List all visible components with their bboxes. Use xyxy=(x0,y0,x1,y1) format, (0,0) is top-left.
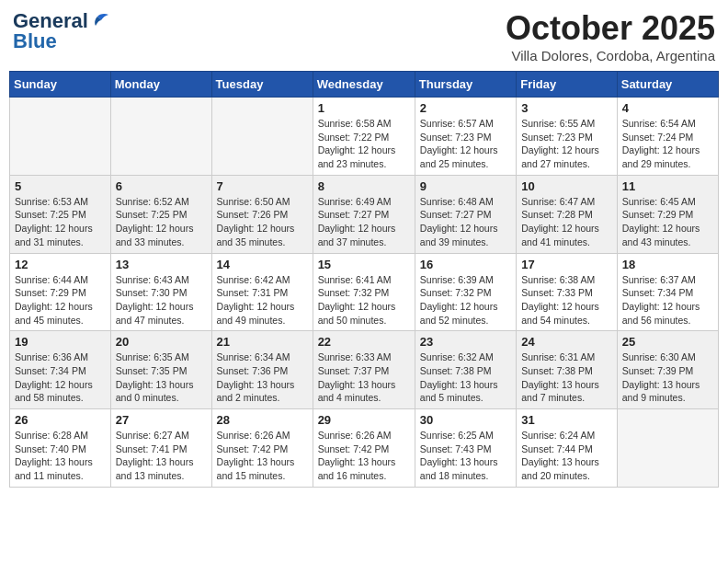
calendar-cell: 7Sunrise: 6:50 AM Sunset: 7:26 PM Daylig… xyxy=(211,175,313,253)
day-number: 23 xyxy=(420,335,511,349)
title-block: October 2025 Villa Dolores, Cordoba, Arg… xyxy=(506,9,715,63)
weekday-header-monday: Monday xyxy=(110,72,211,98)
day-number: 18 xyxy=(622,258,713,271)
day-info: Sunrise: 6:53 AM Sunset: 7:25 PM Dayligh… xyxy=(15,195,106,249)
day-info: Sunrise: 6:43 AM Sunset: 7:30 PM Dayligh… xyxy=(116,273,207,327)
day-info: Sunrise: 6:27 AM Sunset: 7:41 PM Dayligh… xyxy=(116,429,207,483)
day-info: Sunrise: 6:32 AM Sunset: 7:38 PM Dayligh… xyxy=(420,350,511,405)
calendar-cell: 21Sunrise: 6:34 AM Sunset: 7:36 PM Dayli… xyxy=(211,331,313,409)
day-info: Sunrise: 6:52 AM Sunset: 7:25 PM Dayligh… xyxy=(116,195,207,249)
calendar-cell: 9Sunrise: 6:48 AM Sunset: 7:27 PM Daylig… xyxy=(415,175,516,253)
day-info: Sunrise: 6:54 AM Sunset: 7:24 PM Dayligh… xyxy=(622,117,713,171)
day-info: Sunrise: 6:48 AM Sunset: 7:27 PM Dayligh… xyxy=(420,195,511,249)
calendar-cell: 20Sunrise: 6:35 AM Sunset: 7:35 PM Dayli… xyxy=(110,331,211,409)
day-info: Sunrise: 6:47 AM Sunset: 7:28 PM Dayligh… xyxy=(521,195,612,249)
calendar-cell: 22Sunrise: 6:33 AM Sunset: 7:37 PM Dayli… xyxy=(313,331,415,409)
day-number: 29 xyxy=(318,413,410,427)
day-info: Sunrise: 6:37 AM Sunset: 7:34 PM Dayligh… xyxy=(622,273,713,327)
calendar-cell: 29Sunrise: 6:26 AM Sunset: 7:42 PM Dayli… xyxy=(313,409,415,488)
calendar-cell: 17Sunrise: 6:38 AM Sunset: 7:33 PM Dayli… xyxy=(517,253,618,331)
day-info: Sunrise: 6:55 AM Sunset: 7:23 PM Dayligh… xyxy=(521,117,612,171)
calendar-cell: 5Sunrise: 6:53 AM Sunset: 7:25 PM Daylig… xyxy=(10,175,111,253)
logo-bird-icon xyxy=(90,13,110,29)
day-number: 13 xyxy=(116,258,207,271)
day-number: 31 xyxy=(521,413,612,427)
calendar-cell: 19Sunrise: 6:36 AM Sunset: 7:34 PM Dayli… xyxy=(10,331,111,409)
weekday-header-thursday: Thursday xyxy=(415,72,516,98)
calendar-cell: 26Sunrise: 6:28 AM Sunset: 7:40 PM Dayli… xyxy=(10,409,111,488)
day-number: 21 xyxy=(217,335,308,349)
calendar-table: SundayMondayTuesdayWednesdayThursdayFrid… xyxy=(9,71,719,488)
logo: General Blue xyxy=(13,9,110,53)
day-number: 20 xyxy=(116,335,207,349)
day-info: Sunrise: 6:41 AM Sunset: 7:32 PM Dayligh… xyxy=(318,273,410,327)
day-number: 28 xyxy=(217,413,308,427)
weekday-header-wednesday: Wednesday xyxy=(313,72,415,98)
calendar-week-4: 19Sunrise: 6:36 AM Sunset: 7:34 PM Dayli… xyxy=(10,331,719,409)
day-info: Sunrise: 6:50 AM Sunset: 7:26 PM Dayligh… xyxy=(217,195,308,249)
calendar-cell: 12Sunrise: 6:44 AM Sunset: 7:29 PM Dayli… xyxy=(10,253,111,331)
calendar-cell: 31Sunrise: 6:24 AM Sunset: 7:44 PM Dayli… xyxy=(517,409,618,488)
calendar-week-3: 12Sunrise: 6:44 AM Sunset: 7:29 PM Dayli… xyxy=(10,253,719,331)
location-subtitle: Villa Dolores, Cordoba, Argentina xyxy=(506,48,715,63)
calendar-cell: 27Sunrise: 6:27 AM Sunset: 7:41 PM Dayli… xyxy=(110,409,211,488)
day-number: 11 xyxy=(622,179,713,193)
calendar-cell xyxy=(617,409,718,488)
weekday-header-friday: Friday xyxy=(517,72,618,98)
calendar-cell: 16Sunrise: 6:39 AM Sunset: 7:32 PM Dayli… xyxy=(415,253,516,331)
day-info: Sunrise: 6:38 AM Sunset: 7:33 PM Dayligh… xyxy=(521,273,612,327)
calendar-cell: 13Sunrise: 6:43 AM Sunset: 7:30 PM Dayli… xyxy=(110,253,211,331)
month-title: October 2025 xyxy=(506,9,715,48)
day-number: 6 xyxy=(116,179,207,193)
day-info: Sunrise: 6:35 AM Sunset: 7:35 PM Dayligh… xyxy=(116,350,207,405)
weekday-header-saturday: Saturday xyxy=(617,72,718,98)
weekday-header-sunday: Sunday xyxy=(10,72,111,98)
logo-blue: Blue xyxy=(13,29,57,53)
calendar-cell: 4Sunrise: 6:54 AM Sunset: 7:24 PM Daylig… xyxy=(617,98,718,176)
page-header: General Blue October 2025 Villa Dolores,… xyxy=(9,9,719,63)
day-info: Sunrise: 6:25 AM Sunset: 7:43 PM Dayligh… xyxy=(420,429,511,483)
calendar-cell: 1Sunrise: 6:58 AM Sunset: 7:22 PM Daylig… xyxy=(313,98,415,176)
day-number: 27 xyxy=(116,413,207,427)
calendar-cell: 14Sunrise: 6:42 AM Sunset: 7:31 PM Dayli… xyxy=(211,253,313,331)
day-info: Sunrise: 6:58 AM Sunset: 7:22 PM Dayligh… xyxy=(318,117,410,171)
calendar-cell xyxy=(110,98,211,176)
day-info: Sunrise: 6:31 AM Sunset: 7:38 PM Dayligh… xyxy=(521,350,612,405)
day-info: Sunrise: 6:33 AM Sunset: 7:37 PM Dayligh… xyxy=(318,350,410,405)
day-info: Sunrise: 6:44 AM Sunset: 7:29 PM Dayligh… xyxy=(15,273,106,327)
day-number: 3 xyxy=(521,101,612,115)
day-number: 7 xyxy=(217,179,308,193)
day-info: Sunrise: 6:26 AM Sunset: 7:42 PM Dayligh… xyxy=(318,429,410,483)
calendar-cell: 6Sunrise: 6:52 AM Sunset: 7:25 PM Daylig… xyxy=(110,175,211,253)
calendar-cell: 25Sunrise: 6:30 AM Sunset: 7:39 PM Dayli… xyxy=(617,331,718,409)
calendar-cell: 28Sunrise: 6:26 AM Sunset: 7:42 PM Dayli… xyxy=(211,409,313,488)
day-info: Sunrise: 6:57 AM Sunset: 7:23 PM Dayligh… xyxy=(420,117,511,171)
day-number: 5 xyxy=(15,179,106,193)
day-info: Sunrise: 6:24 AM Sunset: 7:44 PM Dayligh… xyxy=(521,429,612,483)
day-number: 17 xyxy=(521,258,612,271)
day-info: Sunrise: 6:45 AM Sunset: 7:29 PM Dayligh… xyxy=(622,195,713,249)
day-info: Sunrise: 6:39 AM Sunset: 7:32 PM Dayligh… xyxy=(420,273,511,327)
weekday-header-tuesday: Tuesday xyxy=(211,72,313,98)
day-info: Sunrise: 6:30 AM Sunset: 7:39 PM Dayligh… xyxy=(622,350,713,405)
day-number: 19 xyxy=(15,335,106,349)
day-number: 4 xyxy=(622,101,713,115)
calendar-week-1: 1Sunrise: 6:58 AM Sunset: 7:22 PM Daylig… xyxy=(10,98,719,176)
calendar-cell: 24Sunrise: 6:31 AM Sunset: 7:38 PM Dayli… xyxy=(517,331,618,409)
weekday-header-row: SundayMondayTuesdayWednesdayThursdayFrid… xyxy=(10,72,719,98)
day-info: Sunrise: 6:26 AM Sunset: 7:42 PM Dayligh… xyxy=(217,429,308,483)
calendar-cell: 2Sunrise: 6:57 AM Sunset: 7:23 PM Daylig… xyxy=(415,98,516,176)
day-number: 16 xyxy=(420,258,511,271)
day-number: 1 xyxy=(318,101,410,115)
calendar-cell xyxy=(211,98,313,176)
day-number: 10 xyxy=(521,179,612,193)
day-number: 8 xyxy=(318,179,410,193)
day-info: Sunrise: 6:34 AM Sunset: 7:36 PM Dayligh… xyxy=(217,350,308,405)
day-number: 25 xyxy=(622,335,713,349)
day-number: 26 xyxy=(15,413,106,427)
calendar-cell: 23Sunrise: 6:32 AM Sunset: 7:38 PM Dayli… xyxy=(415,331,516,409)
day-number: 12 xyxy=(15,258,106,271)
calendar-cell: 3Sunrise: 6:55 AM Sunset: 7:23 PM Daylig… xyxy=(517,98,618,176)
calendar-cell: 11Sunrise: 6:45 AM Sunset: 7:29 PM Dayli… xyxy=(617,175,718,253)
day-info: Sunrise: 6:49 AM Sunset: 7:27 PM Dayligh… xyxy=(318,195,410,249)
